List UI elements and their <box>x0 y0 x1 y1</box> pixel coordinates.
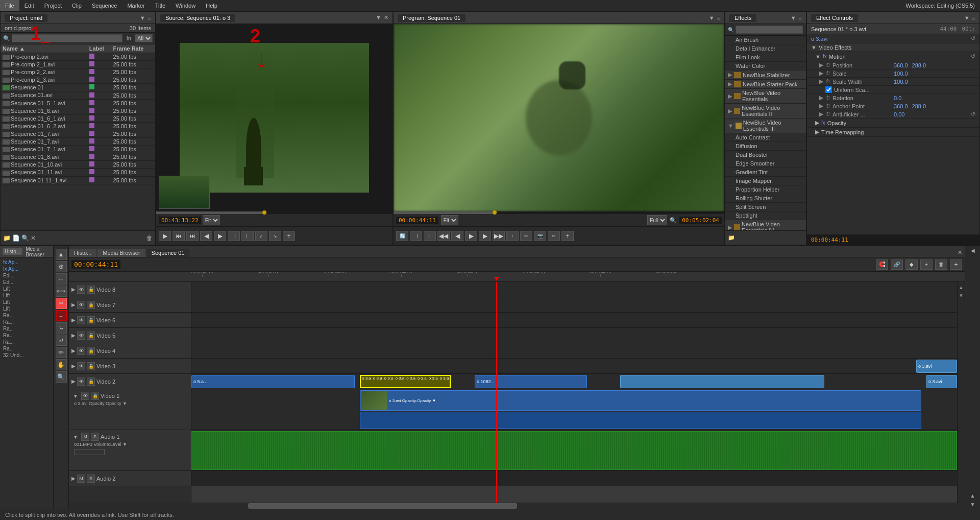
track-eye-v2[interactable]: 👁 <box>77 377 85 386</box>
effects-search-input[interactable] <box>736 26 803 34</box>
ripple-edit-tool[interactable]: ↔ <box>56 273 67 285</box>
track-lock-v2[interactable]: 🔒 <box>87 377 95 386</box>
program-timecode-left[interactable]: 00:00:44:11 <box>396 217 438 224</box>
clip-long-v2[interactable] <box>620 375 824 388</box>
track-expand-v5[interactable]: ▶ <box>71 333 76 338</box>
table-row[interactable]: Sequence 01_8.avi 25.00 fps <box>1 153 155 161</box>
slip-tool[interactable]: ⤿ <box>56 322 67 334</box>
menu-project[interactable]: Project <box>39 0 67 11</box>
prog-out-btn[interactable]: ｝ <box>424 231 436 241</box>
track-lock-v1[interactable]: 🔒 <box>91 392 99 400</box>
source-more-btn[interactable]: + <box>283 231 295 241</box>
lane-video5[interactable] <box>191 328 957 343</box>
panel-collapse-icon[interactable]: ▼ <box>140 15 145 21</box>
track-expand-v2[interactable]: ▶ <box>71 379 76 384</box>
track-eye-v8[interactable]: 👁 <box>77 286 85 294</box>
delete-icon[interactable]: 🗑 <box>146 234 153 242</box>
track-expand-v7[interactable]: ▶ <box>71 302 76 308</box>
ec-reset-icon[interactable]: ↺ <box>971 35 975 42</box>
tl-close-icon[interactable]: ✕ <box>955 248 965 257</box>
track-solo-a1[interactable]: S <box>91 433 99 441</box>
effects-menu-icon[interactable]: ≡ <box>799 15 802 21</box>
pen-tool[interactable]: ✏ <box>56 347 67 358</box>
track-eye-v6[interactable]: 👁 <box>77 316 85 324</box>
clip-v1-main[interactable]: o 3.avi Opacity:Opacity ▼ <box>360 390 921 411</box>
lane-video4[interactable] <box>191 343 957 359</box>
new-bin-icon[interactable]: 📁 <box>3 234 11 242</box>
source-menu-icon[interactable]: ✕ <box>384 14 388 21</box>
clip-o3avi-v2-right[interactable]: o 3.avi <box>926 375 957 388</box>
source-next-btn[interactable]: ⏭ <box>186 231 199 241</box>
effects-tab[interactable]: Effects <box>729 14 756 22</box>
clip-cluster-v2[interactable]: o 3.a o 3.a o 3.a o 3.a o 3.a o 3.a o 3.… <box>360 375 451 388</box>
menu-window[interactable]: Window <box>170 0 201 11</box>
table-row[interactable]: Sequence 01.avi 25.00 fps <box>1 91 155 99</box>
program-quality-select[interactable]: Full <box>647 215 667 225</box>
audio-clip-main[interactable] <box>191 431 957 470</box>
effect-film-look[interactable]: Film Look <box>725 53 806 62</box>
audio2-expand[interactable]: ▶ <box>71 476 76 481</box>
ec-tab[interactable]: Effect Controls <box>811 14 858 22</box>
track-solo-a2[interactable]: S <box>87 475 95 483</box>
search-input[interactable] <box>12 34 122 42</box>
new-item-icon[interactable]: 📄 <box>12 234 20 242</box>
source-fit-select[interactable]: Fit <box>203 215 220 225</box>
source-overlay-btn[interactable]: ↘ <box>269 231 281 241</box>
prog-lift-btn[interactable]: ↑ <box>506 231 519 241</box>
clip-o3avi-v3[interactable]: o 3.avi <box>916 360 957 373</box>
effect-proportion-helper[interactable]: Proportion Helper <box>725 185 806 194</box>
timeline-scrollbar-h[interactable] <box>69 503 965 509</box>
track-lock-v5[interactable]: 🔒 <box>87 332 95 340</box>
prog-step-fwd-btn[interactable]: ▶▶ <box>493 231 505 241</box>
lane-audio1[interactable] <box>191 430 957 471</box>
history-tl-tab[interactable]: Histo... <box>69 249 96 257</box>
col-name[interactable]: Name ▲ <box>1 44 87 53</box>
razor-tool[interactable]: ✂ <box>56 298 67 309</box>
lane-video2[interactable]: o 5.a... o 3.a o 3.a o 3.a o 3.a o 3.a o… <box>191 374 957 389</box>
sequence-tl-tab[interactable]: Sequence 01 <box>146 249 190 257</box>
anchor-stopwatch-icon[interactable]: ⏱ <box>825 103 830 109</box>
right-panel-icon2[interactable]: ▼ <box>969 500 977 509</box>
col-framerate[interactable]: Frame Rate <box>111 44 155 53</box>
table-row[interactable]: Pre-comp 2_3.avi 25.00 fps <box>1 76 155 84</box>
media-browser-tab[interactable]: Media Browser <box>23 246 51 258</box>
video-effects-header[interactable]: ▼ Video Effects <box>807 43 979 52</box>
slide-tool[interactable]: ⤾ <box>56 335 67 346</box>
position-x-value[interactable]: 360.0 <box>894 62 908 68</box>
zoom-tool[interactable]: 🔍 <box>56 371 67 383</box>
ec-collapse-icon[interactable]: ▼ <box>964 15 970 21</box>
tl-snap-btn[interactable]: 🧲 <box>876 259 888 270</box>
effect-spotlight[interactable]: Spotlight <box>725 211 806 220</box>
table-row[interactable]: Sequence 01 25.00 fps <box>1 84 155 91</box>
rotation-expand-icon[interactable]: ▶ <box>819 94 823 101</box>
menu-clip[interactable]: Clip <box>67 0 87 11</box>
prog-loop-btn[interactable]: 🔄 <box>396 231 408 241</box>
select-tool[interactable]: ▲ <box>56 249 67 260</box>
track-lock-v6[interactable]: 🔒 <box>87 316 95 324</box>
menu-title[interactable]: Title <box>150 0 170 11</box>
prog-trim-btn[interactable]: ✂ <box>548 231 560 241</box>
track-expand-v3[interactable]: ▶ <box>71 363 76 369</box>
program-fit-select[interactable]: Fit <box>441 215 458 225</box>
position-y-value[interactable]: 288.0 <box>912 62 926 68</box>
history-tab[interactable]: Histo... <box>3 248 22 255</box>
rotation-stopwatch-icon[interactable]: ⏱ <box>825 95 830 101</box>
effect-detail-enhancer[interactable]: Detail Enhancer <box>725 44 806 53</box>
media-browser-tl-tab[interactable]: Media Browser <box>97 249 145 257</box>
track-eye-a2[interactable]: M <box>77 475 85 483</box>
category-newblue-essentials3-header[interactable]: ▼ NewBlue Video Essentials III <box>725 119 806 133</box>
scale-stopwatch-icon[interactable]: ⏱ <box>825 70 830 76</box>
track-lock-v7[interactable]: 🔒 <box>87 301 95 309</box>
source-play-btn[interactable]: ▶ <box>159 231 171 241</box>
right-panel-icon1[interactable]: ▲ <box>969 491 977 500</box>
table-row[interactable]: Sequence 01_7.avi 25.00 fps <box>1 138 155 146</box>
track-eye-v5[interactable]: 👁 <box>77 332 85 340</box>
effect-air-brush[interactable]: Air Brush <box>725 36 806 44</box>
prog-step-back-btn[interactable]: ◀◀ <box>437 231 450 241</box>
antiflicker-stopwatch-icon[interactable]: ⏱ <box>825 111 830 117</box>
table-row[interactable]: Sequence 01_7_1.avi 25.00 fps <box>1 146 155 153</box>
source-in-btn[interactable]: ｛ <box>228 231 240 241</box>
panel-menu-icon[interactable]: ≡ <box>148 15 151 21</box>
source-step-back-btn[interactable]: ◀ <box>200 231 212 241</box>
anchor-y-value[interactable]: 288.0 <box>912 103 926 109</box>
